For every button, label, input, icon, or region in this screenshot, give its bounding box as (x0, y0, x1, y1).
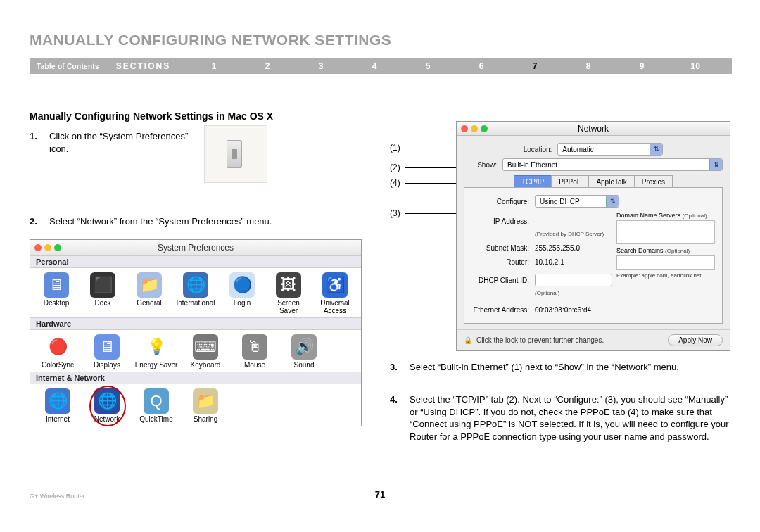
search-optional: (Optional) (665, 248, 690, 254)
pref-item-international[interactable]: 🌐International (175, 272, 216, 315)
tabs: TCP/IP PPPoE AppleTalk Proxies (464, 175, 723, 188)
subheader: Manually Configuring Network Settings in… (30, 110, 273, 122)
tab-panel: Configure: Using DHCP ⇅ IP Address: (Pro… (464, 187, 723, 324)
light-switch-icon (227, 140, 242, 168)
show-select[interactable]: Built-in Ethernet ⇅ (502, 158, 723, 171)
pref-item-desktop[interactable]: 🖥Desktop (36, 272, 77, 315)
configure-select[interactable]: Using DHCP ⇅ (535, 195, 619, 208)
pref-item-network[interactable]: 🌐Network (85, 388, 129, 423)
desktop-icon: 🖥 (44, 272, 69, 298)
step-3-num: 3. (390, 361, 410, 374)
pref-item-label: Keyboard (191, 361, 221, 369)
eth-label: Ethernet Address: (471, 306, 535, 314)
step-2: 2. Select “Network” from the “System Pre… (30, 215, 367, 228)
tab-proxies[interactable]: Proxies (634, 175, 673, 188)
dhcp-client-input[interactable] (535, 274, 612, 286)
pref-item-label: General (137, 299, 162, 307)
lock-row: 🔒 Click the lock to prevent further chan… (457, 329, 730, 350)
network-titlebar: Network (457, 122, 730, 136)
nav-num-10[interactable]: 10 (669, 61, 722, 71)
dock-icon: ⬛ (90, 272, 115, 298)
category-hardware: Hardware (30, 317, 361, 330)
network-title: Network (457, 124, 730, 134)
dns-input[interactable] (616, 220, 715, 244)
category-internet: Internet & Network (30, 372, 361, 384)
callout-4: (4) (390, 178, 400, 188)
nav-num-8[interactable]: 8 (562, 61, 615, 71)
pref-item-sound[interactable]: 🔊Sound (282, 334, 326, 369)
callout-2: (2) (390, 163, 400, 172)
footer-product: G+ Wireless Router (30, 493, 85, 500)
dns-label: Domain Name Servers (616, 212, 680, 219)
window-titlebar: System Preferences (30, 240, 361, 255)
pref-item-label: Dock (95, 299, 111, 307)
pref-item-internet[interactable]: 🌐Internet (36, 388, 80, 423)
pref-item-keyboard[interactable]: ⌨Keyboard (184, 334, 227, 369)
step-4-num: 4. (390, 393, 410, 443)
pref-item-dock[interactable]: ⬛Dock (82, 272, 123, 315)
sharing-icon: 📁 (193, 388, 218, 414)
callout-3: (3) (390, 208, 400, 218)
login-icon: 🔵 (229, 272, 255, 298)
search-example: Example: apple.com, earthlink.net (616, 272, 715, 279)
internet-icon: 🌐 (45, 388, 70, 414)
apply-now-button[interactable]: Apply Now (668, 334, 723, 346)
pref-item-displays[interactable]: 🖥Displays (85, 334, 129, 369)
subnet-value: 255.255.255.0 (535, 244, 580, 252)
system-preferences-icon (204, 125, 267, 183)
pref-item-general[interactable]: 📁General (129, 272, 170, 315)
chevron-updown-icon: ⇅ (650, 144, 662, 155)
pref-item-sharing[interactable]: 📁Sharing (184, 388, 227, 423)
pref-item-screen-saver[interactable]: 🖼Screen Saver (268, 272, 309, 315)
pref-item-login[interactable]: 🔵Login (222, 272, 262, 315)
nav-toc[interactable]: Table of Contents (30, 63, 109, 70)
pref-item-label: Energy Saver (135, 361, 178, 369)
router-value: 10.10.2.1 (535, 258, 564, 266)
configure-value: Using DHCP (540, 198, 580, 205)
show-label: Show: (464, 161, 502, 169)
pref-item-universal-access[interactable]: ♿Universal Access (315, 272, 355, 315)
pref-item-label: Internet (46, 415, 70, 423)
search-domains-input[interactable] (616, 255, 715, 270)
tab-pppoe[interactable]: PPPoE (551, 175, 588, 188)
window-title: System Preferences (30, 243, 361, 253)
tab-tcpip[interactable]: TCP/IP (514, 175, 551, 188)
pref-item-label: Universal Access (315, 299, 355, 315)
tab-appletalk[interactable]: AppleTalk (588, 175, 633, 188)
nav-num-7[interactable]: 7 (508, 61, 562, 71)
nav-num-6[interactable]: 6 (455, 61, 508, 71)
ip-label: IP Address: (471, 217, 535, 225)
dhcp-label: DHCP Client ID: (471, 277, 535, 284)
system-preferences-window: System Preferences Personal 🖥Desktop⬛Doc… (30, 239, 362, 426)
nav-num-1[interactable]: 1 (187, 61, 241, 71)
pref-item-colorsync[interactable]: 🔴ColorSync (36, 334, 80, 369)
nav-bar: Table of Contents SECTIONS 1 2 3 4 5 6 7… (30, 58, 732, 74)
search-domains-label: Search Domains (616, 247, 664, 254)
dhcp-note: (Optional) (535, 290, 559, 296)
step-4-text: Select the “TCP/IP” tab (2). Next to “Co… (410, 393, 735, 443)
router-label: Router: (471, 258, 535, 266)
location-value: Automatic (562, 146, 593, 153)
nav-num-5[interactable]: 5 (401, 61, 455, 71)
show-value: Built-in Ethernet (507, 161, 557, 169)
location-select[interactable]: Automatic ⇅ (557, 143, 663, 156)
international-icon: 🌐 (183, 272, 208, 298)
nav-num-3[interactable]: 3 (294, 61, 348, 71)
pref-item-energy-saver[interactable]: 💡Energy Saver (134, 334, 178, 369)
nav-num-9[interactable]: 9 (615, 61, 669, 71)
nav-num-4[interactable]: 4 (348, 61, 401, 71)
pref-item-label: ColorSync (42, 361, 74, 369)
pref-item-quicktime[interactable]: QQuickTime (134, 388, 178, 423)
eth-value: 00:03:93:0b:c6:d4 (535, 306, 591, 314)
pref-item-mouse[interactable]: 🖱Mouse (233, 334, 277, 369)
lock-text: Click the lock to prevent further change… (476, 336, 604, 344)
network-window: Network Location: Automatic ⇅ Show: Buil… (456, 121, 730, 351)
dns-optional: (Optional) (683, 213, 707, 219)
screen-saver-icon: 🖼 (276, 272, 301, 298)
step-3: 3. Select “Built-in Ethernet” (1) next t… (390, 361, 735, 374)
displays-icon: 🖥 (94, 334, 120, 360)
nav-num-2[interactable]: 2 (241, 61, 294, 71)
lock-icon[interactable]: 🔒 (464, 336, 472, 344)
page-title: MANUALLY CONFIGURING NETWORK SETTINGS (30, 32, 391, 49)
nav-sections-label: SECTIONS (109, 61, 187, 71)
